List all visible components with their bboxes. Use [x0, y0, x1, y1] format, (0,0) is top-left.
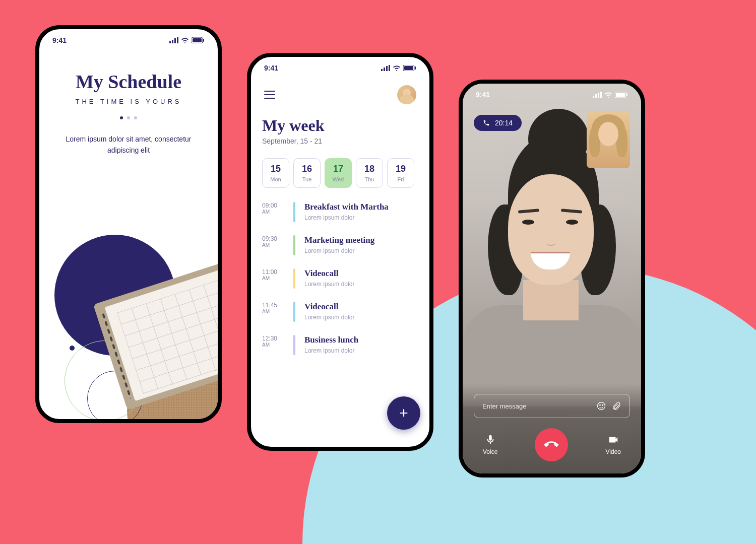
voice-button[interactable]: Voice — [483, 434, 497, 455]
day-number: 15 — [265, 164, 287, 174]
day-strip[interactable]: 15Mon16Tue17Wed18Thu19Fri2Sa — [262, 158, 418, 188]
event-desc: Lorem ipsum dolor — [304, 214, 418, 221]
video-label: Video — [606, 448, 621, 455]
event-desc: Lorem ipsum dolor — [304, 314, 418, 321]
page-dot[interactable] — [120, 116, 123, 119]
status-icons — [381, 65, 416, 71]
menu-button[interactable] — [264, 91, 275, 99]
event-row[interactable]: 11:00AMVideocallLorem ipsum dolor — [262, 268, 418, 289]
wifi-icon — [181, 37, 189, 43]
day-name: Tue — [296, 176, 318, 182]
day-number: 18 — [358, 164, 381, 174]
page-dot[interactable] — [127, 116, 130, 119]
status-bar: 9:41 — [463, 84, 641, 106]
week-title: My week — [262, 116, 418, 135]
mic-icon — [485, 434, 496, 445]
avatar[interactable] — [397, 85, 416, 104]
svg-rect-0 — [169, 41, 171, 43]
status-time: 9:41 — [52, 36, 67, 44]
plus-icon: + — [399, 405, 408, 421]
self-video-pip[interactable] — [587, 112, 630, 168]
svg-point-22 — [600, 405, 601, 406]
status-time: 9:41 — [264, 64, 278, 72]
signal-icon — [381, 65, 390, 71]
event-color-bar — [293, 202, 295, 222]
day-name: Wed — [327, 176, 349, 182]
event-color-bar — [293, 268, 295, 289]
message-input[interactable]: Enter message — [474, 394, 630, 418]
battery-icon — [192, 37, 205, 43]
event-title: Videocall — [304, 302, 418, 312]
status-icons — [593, 92, 628, 98]
wifi-icon — [604, 92, 612, 98]
onboarding-illustration — [39, 220, 218, 423]
attachment-icon[interactable] — [611, 401, 621, 411]
onboarding-subtitle: THE TIME IS YOURS — [54, 98, 203, 105]
event-list: 09:00AMBreakfast with MarthaLorem ipsum … — [262, 202, 418, 355]
svg-rect-6 — [203, 39, 204, 42]
call-duration-pill[interactable]: 20:14 — [474, 115, 522, 131]
day-number: 17 — [327, 164, 349, 174]
svg-rect-15 — [595, 94, 597, 98]
day-card[interactable]: 17Wed — [325, 158, 352, 188]
event-title: Videocall — [304, 268, 418, 279]
status-icons — [169, 37, 205, 43]
day-card[interactable]: 16Tue — [293, 158, 321, 188]
status-bar: 9:41 — [39, 29, 218, 51]
status-time: 9:41 — [476, 91, 490, 99]
event-desc: Lorem ipsum dolor — [304, 347, 418, 354]
svg-rect-13 — [415, 66, 416, 70]
event-row[interactable]: 11:45AMVideocallLorem ipsum dolor — [262, 302, 418, 322]
phone-week: 9:41 My week September, 15 - 21 15Mon16T… — [247, 53, 433, 451]
svg-rect-3 — [177, 37, 178, 43]
day-name: Fri — [390, 176, 412, 182]
phone-videocall: 9:41 20:14 Enter message — [459, 80, 645, 478]
video-button[interactable]: Video — [606, 434, 621, 455]
day-name: Mon — [265, 176, 287, 182]
svg-point-23 — [602, 405, 603, 406]
event-time: 09:00AM — [262, 202, 284, 215]
event-title: Breakfast with Martha — [304, 202, 418, 212]
svg-rect-14 — [593, 96, 594, 98]
svg-rect-19 — [616, 93, 625, 97]
page-dots[interactable] — [54, 116, 203, 119]
event-title: Marketing meeting — [304, 235, 418, 245]
wifi-icon — [393, 65, 401, 71]
onboarding-title: My Schedule — [54, 71, 203, 93]
day-number: 19 — [390, 164, 412, 174]
svg-rect-1 — [172, 40, 173, 43]
event-time: 11:00AM — [262, 268, 284, 281]
onboarding-body: Lorem ipsum dolor sit amet, consectetur … — [54, 133, 203, 156]
voice-label: Voice — [483, 448, 497, 455]
event-color-bar — [293, 335, 295, 355]
page-dot[interactable] — [134, 116, 137, 119]
svg-rect-12 — [404, 66, 413, 70]
emoji-icon[interactable] — [596, 401, 606, 411]
event-row[interactable]: 09:00AMBreakfast with MarthaLorem ipsum … — [262, 202, 418, 222]
day-card[interactable]: 19Fri — [387, 158, 414, 188]
day-card[interactable]: 15Mon — [262, 158, 289, 188]
event-desc: Lorem ipsum dolor — [304, 247, 418, 254]
battery-icon — [615, 92, 628, 98]
svg-rect-2 — [174, 38, 176, 43]
svg-rect-20 — [626, 93, 627, 96]
svg-rect-10 — [389, 65, 390, 71]
phone-icon — [483, 119, 490, 126]
event-time: 11:45AM — [262, 302, 284, 314]
svg-rect-16 — [598, 93, 599, 98]
event-row[interactable]: 09:30AMMarketing meetingLorem ipsum dolo… — [262, 235, 418, 255]
hangup-button[interactable] — [535, 428, 568, 461]
call-duration: 20:14 — [495, 119, 513, 127]
day-card[interactable]: 18Thu — [356, 158, 383, 188]
event-color-bar — [293, 235, 295, 255]
event-desc: Lorem ipsum dolor — [304, 281, 418, 288]
event-time: 12:30AM — [262, 335, 284, 348]
add-button[interactable]: + — [387, 396, 420, 430]
signal-icon — [593, 92, 602, 98]
event-row[interactable]: 12:30AMBusiness lunchLorem ipsum dolor — [262, 335, 418, 355]
event-time: 09:30AM — [262, 235, 284, 248]
phone-icon — [542, 435, 562, 455]
status-bar: 9:41 — [251, 57, 429, 79]
event-color-bar — [293, 302, 295, 322]
battery-icon — [403, 65, 416, 71]
